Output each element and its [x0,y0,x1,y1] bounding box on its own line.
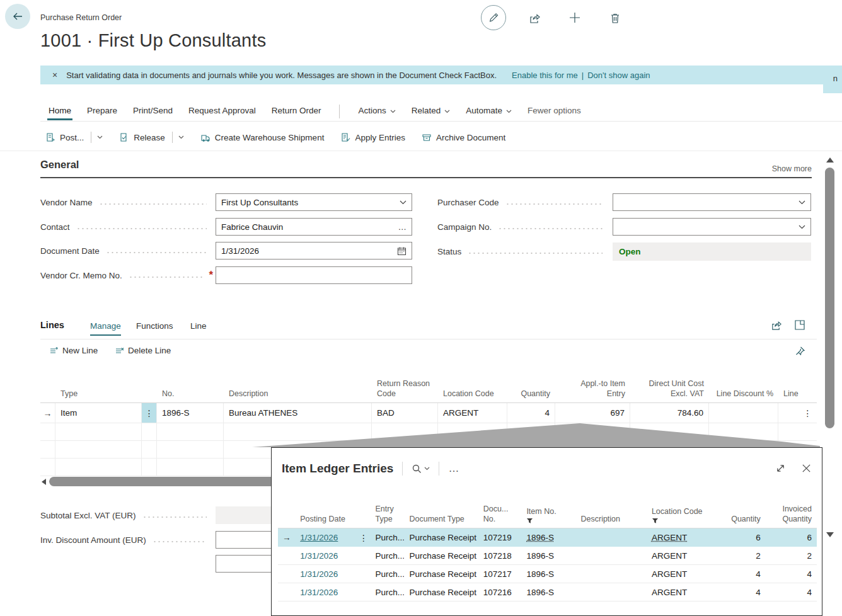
popup-expand-icon[interactable] [775,463,786,474]
col-invoiced-quantity[interactable]: Invoiced Quantity [766,498,817,528]
cell-location-code[interactable]: ARGENT [647,528,717,547]
cell-description[interactable] [576,547,647,564]
cell-invoiced-quantity[interactable]: 4 [766,565,817,583]
show-more-link[interactable]: Show more [772,164,812,173]
cell-posting-date[interactable]: 1/31/2026 [295,565,357,583]
general-section-title[interactable]: General [40,159,79,171]
cell-line-clipped[interactable]: ⋮ [778,403,817,423]
cell-quantity[interactable]: 4 [717,565,765,583]
create-warehouse-shipment-button[interactable]: Create Warehouse Shipment [200,132,325,142]
notification-close-icon[interactable]: × [52,70,57,80]
cell-item-no[interactable]: 1896-S [521,547,575,564]
new-line-button[interactable]: New Line [49,346,98,355]
cell-description[interactable]: Bureau ATHENES [224,403,372,423]
popup-more-options-icon[interactable]: … [448,462,459,475]
release-button[interactable]: Release [119,132,184,143]
cell-quantity[interactable]: 4 [717,583,765,601]
cell-posting-date[interactable]: 1/31/2026 [295,528,357,547]
cell-document-no[interactable]: 107218 [478,547,522,564]
chevron-down-icon[interactable] [178,135,184,139]
contact-field[interactable]: Fabrice Chauvin … [216,218,412,236]
row-context-menu-icon[interactable]: ⋮ [142,403,157,423]
apply-entries-button[interactable]: Apply Entries [340,132,405,142]
cell-invoiced-quantity[interactable]: 2 [766,547,817,564]
post-button[interactable]: Post... [45,132,103,143]
vscroll-up-arrow[interactable] [826,157,834,163]
fewer-options-button[interactable]: Fewer options [526,102,582,120]
menu-related[interactable]: Related [410,102,452,120]
menu-actions[interactable]: Actions [357,102,396,120]
cell-description[interactable] [576,583,647,601]
enable-this-link[interactable]: Enable this for me [512,71,578,80]
cell-invoiced-quantity[interactable]: 4 [766,583,817,601]
cell-invoiced-quantity[interactable]: 6 [766,528,817,547]
new-button[interactable] [567,10,582,25]
chevron-down-icon[interactable] [799,225,805,229]
col-location-code[interactable]: Location Code [647,498,717,528]
cell-item-no[interactable]: 1896-S [521,528,575,547]
ledger-row[interactable]: 1/31/2026 Purch... Purchase Receipt 1072… [278,565,817,583]
delete-line-button[interactable]: Delete Line [115,346,171,355]
col-quantity[interactable]: Quantity [717,498,765,528]
popup-search-button[interactable] [412,464,430,474]
cell-entry-type[interactable]: Purch... [371,583,405,601]
cell-location-code[interactable]: ARGENT [647,565,717,583]
col-posting-date[interactable]: Posting Date [295,498,357,528]
vscroll-thumb[interactable] [825,168,834,428]
cell-document-type[interactable]: Purchase Receipt [404,565,478,583]
tab-return-order[interactable]: Return Order [270,102,323,120]
cell-description[interactable] [576,528,647,547]
lines-share-icon[interactable] [770,319,782,331]
vscroll-down-arrow[interactable] [826,532,834,537]
cell-unit-cost[interactable]: 784.60 [630,403,709,423]
ledger-row-selected[interactable]: → 1/31/2026 ⋮ Purch... Purchase Receipt … [278,528,817,547]
cell-entry-type[interactable]: Purch... [371,565,405,583]
col-line[interactable]: Line [778,375,817,402]
col-item-no[interactable]: Item No. [521,498,575,528]
col-return-reason-code[interactable]: Return Reason Code [372,375,438,402]
lines-tab-manage[interactable]: Manage [90,321,121,336]
cell-document-no[interactable]: 107219 [478,528,522,547]
col-line-discount[interactable]: Line Discount % [709,375,778,402]
cell-appl-to-item-entry[interactable]: 697 [555,403,630,423]
col-description[interactable]: Description [576,498,647,528]
col-document-no[interactable]: Docu... No. [478,498,522,528]
cell-type[interactable]: Item [55,403,142,423]
cell-posting-date[interactable]: 1/31/2026 [295,583,357,601]
cell-location-code[interactable]: ARGENT [647,547,717,564]
col-direct-unit-cost[interactable]: Direct Unit Cost Excl. VAT [630,375,709,402]
col-appl-to-item-entry[interactable]: Appl.-to Item Entry [555,375,630,402]
edit-button[interactable] [481,5,506,30]
document-date-field[interactable]: 1/31/2026 [216,242,412,260]
cell-quantity[interactable]: 4 [507,403,555,423]
ledger-row[interactable]: 1/31/2026 Purch... Purchase Receipt 1072… [278,547,817,565]
cell-description[interactable] [576,565,647,583]
cell-item-no[interactable]: 1896-S [521,565,575,583]
cell-entry-type[interactable]: Purch... [371,547,405,564]
tab-home[interactable]: Home [47,102,72,120]
delete-button[interactable] [608,11,623,26]
cell-posting-date[interactable]: 1/31/2026 [295,547,357,564]
cell-entry-type[interactable]: Purch... [371,528,405,547]
col-entry-type[interactable]: Entry Type [371,498,405,528]
cell-return-reason[interactable]: BAD [372,403,438,423]
tab-request-approval[interactable]: Request Approval [187,102,257,120]
col-document-type[interactable]: Document Type [404,498,478,528]
tab-prepare[interactable]: Prepare [86,102,118,120]
lines-tab-functions[interactable]: Functions [136,321,173,331]
tab-print-send[interactable]: Print/Send [132,102,174,120]
lines-tab-line[interactable]: Line [190,321,207,331]
dont-show-again-link[interactable]: Don't show again [587,71,650,80]
cell-document-type[interactable]: Purchase Receipt [404,583,478,601]
pin-icon[interactable] [794,346,805,357]
lines-expand-icon[interactable] [794,319,805,331]
ledger-row[interactable]: 1/31/2026 Purch... Purchase Receipt 1072… [278,583,817,602]
cell-document-no[interactable]: 107216 [478,583,522,601]
col-quantity[interactable]: Quantity [507,375,555,402]
cell-location[interactable]: ARGENT [438,403,507,423]
cell-document-no[interactable]: 107217 [478,565,522,583]
share-button[interactable] [527,11,542,26]
chevron-down-icon[interactable] [799,200,805,205]
cell-document-type[interactable]: Purchase Receipt [404,528,478,547]
cell-item-no[interactable]: 1896-S [521,583,575,601]
